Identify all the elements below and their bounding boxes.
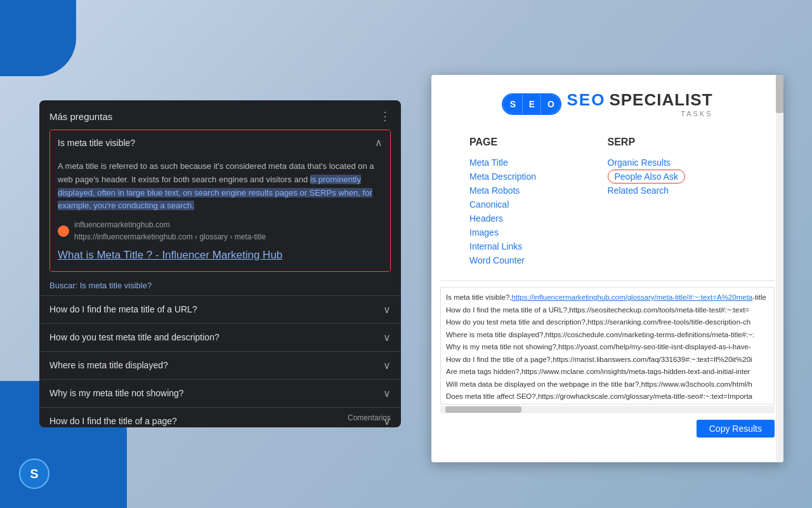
comentarios-label: Comentarios — [348, 413, 391, 422]
seo-panel: S E O SEO SPECIALIST TASKS PAGE Meta Tit… — [431, 75, 783, 462]
result-line-10: Is meta title the same as SEO title?,htt… — [446, 403, 769, 404]
result-line-6: How do I find the title of a page?,https… — [446, 354, 769, 366]
result-line-4: Where is meta title displayed?,https://c… — [446, 329, 769, 342]
panel-title: Más preguntas — [49, 111, 112, 122]
question-text-2: How do you test meta title and descripti… — [49, 332, 219, 342]
seo-logo-e: E — [522, 95, 541, 114]
source-info-block: influencermarketinghub.com https://influ… — [74, 219, 266, 243]
result-link-1-rest: -title — [752, 293, 766, 301]
chevron-down-icon-4: ∨ — [383, 387, 391, 399]
nav-people-also-ask[interactable]: People Also Ask — [608, 170, 685, 184]
logo-wrapper: S E O SEO SPECIALIST TASKS — [502, 90, 712, 117]
question-item-5[interactable]: How do I find the title of a page? ∨ — [39, 407, 401, 427]
result-line-7: Are meta tags hidden?,https://www.mclane… — [446, 366, 769, 378]
question-text-5: How do I find the title of a page? — [49, 416, 177, 426]
results-area[interactable]: Is meta title visible?,https://influence… — [440, 287, 775, 404]
nav-word-counter[interactable]: Word Counter — [469, 253, 608, 267]
source-favicon — [58, 225, 69, 237]
seo-logo-circles: S E O — [502, 93, 561, 115]
source-path: https://influencermarketinghub.com › glo… — [74, 231, 266, 243]
page-col-heading: PAGE — [469, 137, 608, 148]
nav-meta-title[interactable]: Meta Title — [469, 156, 608, 170]
panel-options-icon[interactable]: ⋮ — [379, 109, 391, 123]
page-nav-col: PAGE Meta Title Meta Description Meta Ro… — [469, 137, 608, 267]
seo-logo-area: S E O SEO SPECIALIST TASKS — [431, 75, 783, 130]
blue-shape-top — [0, 0, 76, 76]
google-panel-header: Más preguntas ⋮ — [39, 100, 401, 130]
nav-internal-links[interactable]: Internal Links — [469, 239, 608, 253]
result-line-2: How do I find the meta title of a URL?,h… — [446, 304, 769, 317]
nav-meta-description[interactable]: Meta Description — [469, 170, 608, 184]
question-item-1[interactable]: How do I find the meta title of a URL? ∨ — [39, 295, 401, 323]
question-text-4: Why is my meta title not showing? — [49, 388, 184, 398]
seo-text: SEO — [566, 90, 605, 110]
google-panel: Más preguntas ⋮ Is meta title visible? ∧… — [39, 100, 401, 427]
copy-btn-row: Copy Results — [431, 417, 783, 443]
buscar-query[interactable]: Is meta title visible? — [80, 281, 152, 290]
buscar-row: Buscar: Is meta title visible? — [39, 277, 401, 295]
result-line-1: Is meta title visible?,https://influence… — [446, 291, 769, 304]
specialist-text: SPECIALIST — [609, 90, 712, 110]
source-link-block: influencermarketinghub.com https://influ… — [58, 219, 383, 243]
expanded-question-row[interactable]: Is meta title visible? ∧ — [50, 130, 390, 155]
logo-text-row: SEO SPECIALIST — [566, 90, 712, 110]
result-line-3: How do you test meta title and descripti… — [446, 316, 769, 329]
chevron-down-icon-1: ∨ — [383, 304, 391, 316]
chevron-down-icon-2: ∨ — [383, 331, 391, 344]
result-line-5: Why is my meta title not showing?,https:… — [446, 341, 769, 354]
buscar-label: Buscar: — [49, 281, 77, 290]
question-item-3[interactable]: Where is meta title displayed? ∨ — [39, 351, 401, 379]
seo-logo-o: O — [541, 95, 560, 114]
question-item-4[interactable]: Why is my meta title not showing? ∨ — [39, 379, 401, 407]
source-page-title[interactable]: What is Meta Title ? - Influencer Market… — [58, 246, 383, 264]
question-answer-block: A meta title is referred to as such beca… — [50, 155, 390, 271]
nav-images[interactable]: Images — [469, 225, 608, 239]
s-logo-circle: S — [19, 458, 49, 489]
expanded-question-text: Is meta title visible? — [58, 138, 135, 148]
result-q-1: Is meta title visible?, — [446, 293, 512, 301]
seo-panel-scrollbar[interactable] — [776, 75, 783, 462]
result-line-8: Will meta data be displayed on the webpa… — [446, 378, 769, 391]
specialist-wrapper: SEO SPECIALIST TASKS — [566, 90, 712, 117]
serp-nav-col: SERP Organic Results People Also Ask Rel… — [608, 137, 746, 267]
results-horizontal-scrollbar[interactable] — [440, 406, 775, 413]
results-scrollbar-thumb — [445, 406, 521, 413]
nav-canonical[interactable]: Canonical — [469, 197, 608, 211]
expanded-question-container: Is meta title visible? ∧ A meta title is… — [49, 130, 391, 272]
seo-nav: PAGE Meta Title Meta Description Meta Ro… — [431, 130, 783, 280]
chevron-up-icon: ∧ — [375, 137, 383, 149]
seo-logo-s: S — [503, 95, 522, 114]
nav-headers[interactable]: Headers — [469, 211, 608, 225]
nav-organic-results[interactable]: Organic Results — [608, 156, 746, 170]
nav-related-search[interactable]: Related Search — [608, 184, 746, 197]
tasks-text: TASKS — [566, 110, 712, 117]
result-line-9: Does meta title affect SEO?,https://grow… — [446, 391, 769, 403]
question-text-1: How do I find the meta title of a URL? — [49, 304, 197, 314]
serp-col-heading: SERP — [608, 137, 746, 148]
source-domain: influencermarketinghub.com — [74, 219, 266, 231]
copy-results-button[interactable]: Copy Results — [697, 420, 775, 438]
nav-meta-robots[interactable]: Meta Robots — [469, 184, 608, 197]
nav-divider — [440, 280, 775, 281]
chevron-down-icon-3: ∨ — [383, 359, 391, 371]
question-text-3: Where is meta title displayed? — [49, 360, 168, 370]
result-link-1: https://influencermarketinghub.com/gloss… — [512, 293, 753, 301]
seo-panel-scrollbar-thumb — [776, 75, 783, 113]
question-item-2[interactable]: How do you test meta title and descripti… — [39, 323, 401, 351]
